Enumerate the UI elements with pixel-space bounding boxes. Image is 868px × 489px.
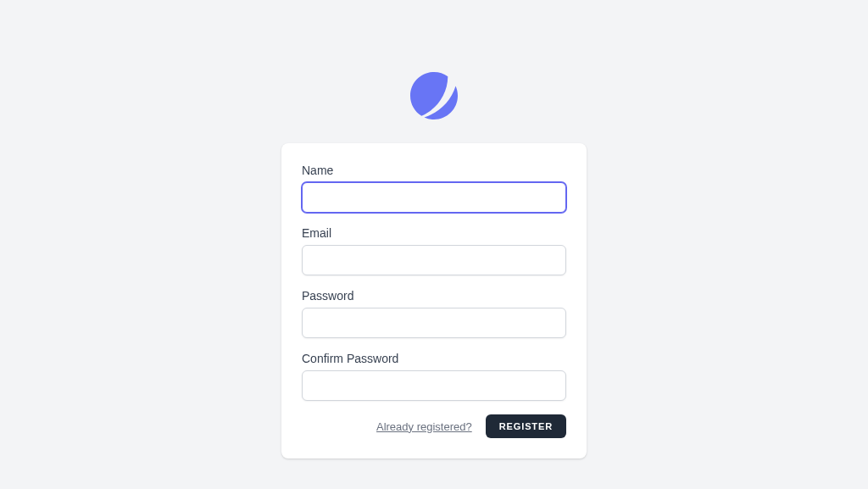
name-input[interactable] (302, 182, 566, 213)
password-label: Password (302, 289, 566, 303)
register-form: Name Email Password Confirm Password Alr… (302, 164, 566, 438)
logo-container (410, 72, 458, 123)
password-field-group: Password (302, 289, 566, 338)
form-footer: Already registered? Register (302, 414, 566, 438)
confirm-password-input[interactable] (302, 370, 566, 401)
register-card: Name Email Password Confirm Password Alr… (281, 143, 587, 458)
email-field-group: Email (302, 226, 566, 275)
name-label: Name (302, 164, 566, 177)
confirm-password-field-group: Confirm Password (302, 352, 566, 401)
already-registered-link[interactable]: Already registered? (376, 420, 472, 433)
app-logo-icon (410, 72, 458, 119)
email-input[interactable] (302, 245, 566, 275)
confirm-password-label: Confirm Password (302, 352, 566, 365)
password-input[interactable] (302, 308, 566, 338)
email-label: Email (302, 226, 566, 240)
name-field-group: Name (302, 164, 566, 213)
register-button[interactable]: Register (486, 414, 566, 438)
